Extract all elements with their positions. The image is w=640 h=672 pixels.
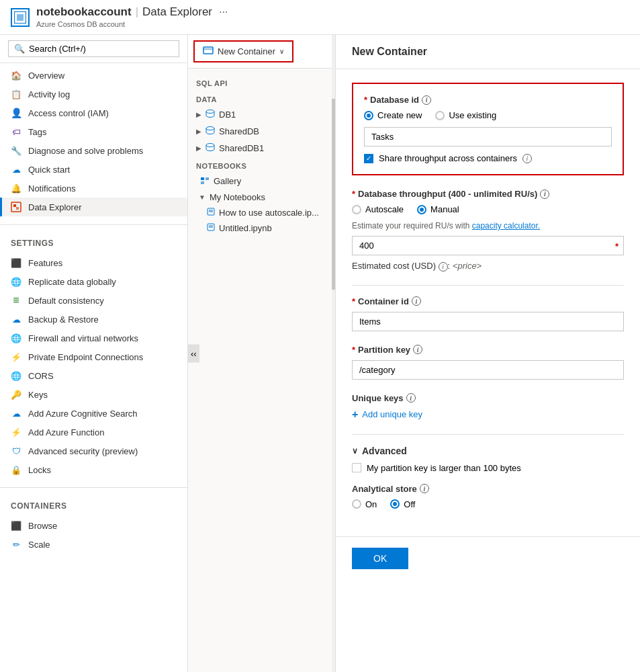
gallery-icon <box>200 175 210 187</box>
ok-section: OK <box>336 536 640 580</box>
backup-icon: ☁ <box>11 314 21 325</box>
sidebar-item-browse[interactable]: ⬛ Browse <box>0 516 187 535</box>
tree-item-autoscale[interactable]: How to use autoscale.ip... <box>188 205 335 220</box>
sidebar-item-access-control[interactable]: 👤 Access control (IAM) <box>0 103 187 122</box>
svg-rect-12 <box>201 181 204 184</box>
features-icon: ⬛ <box>11 257 21 268</box>
keys-icon: 🔑 <box>11 389 21 400</box>
container-id-section: * Container id i <box>352 296 624 331</box>
unique-keys-label: Unique keys i <box>352 393 624 403</box>
data-section-label: DATA <box>188 90 335 106</box>
advanced-toggle[interactable]: ∨ Advanced <box>352 446 624 456</box>
tree-item-my-notebooks[interactable]: ▼ My Notebooks <box>188 190 335 205</box>
database-id-input[interactable] <box>364 127 612 146</box>
throughput-info-icon[interactable]: i <box>540 190 549 199</box>
sidebar-item-scale[interactable]: ✏ Scale <box>0 535 187 554</box>
estimated-cost-row: Estimated cost (USD) i: <price> <box>352 261 624 271</box>
unique-keys-info-icon[interactable]: i <box>406 393 416 403</box>
sidebar-item-data-explorer[interactable]: Data Explorer <box>0 198 187 216</box>
ok-button[interactable]: OK <box>352 548 408 569</box>
sidebar-item-keys[interactable]: 🔑 Keys <box>0 385 187 404</box>
throughput-label: * Database throughput (400 - unlimited R… <box>352 189 624 199</box>
sidebar-item-quick-start[interactable]: ☁ Quick start <box>0 160 187 179</box>
required-star: * <box>364 95 367 105</box>
sidebar-item-overview[interactable]: 🏠 Overview <box>0 66 187 85</box>
consistency-icon: ≡ <box>11 295 21 306</box>
sidebar-item-private-endpoint[interactable]: ⚡ Private Endpoint Connections <box>0 347 187 366</box>
partition-key-large-label: My partition key is larger than 100 byte… <box>367 463 521 473</box>
sidebar-item-features[interactable]: ⬛ Features <box>0 253 187 272</box>
ru-input[interactable] <box>352 236 624 255</box>
add-unique-key-btn[interactable]: + Add unique key <box>352 409 624 421</box>
estimate-text: Estimate your required RU/s with capacit… <box>352 221 624 230</box>
sidebar-item-notifications[interactable]: 🔔 Notifications <box>0 179 187 198</box>
sidebar-item-azure-function[interactable]: ⚡ Add Azure Function <box>0 423 187 442</box>
svg-rect-11 <box>205 177 209 180</box>
new-container-button[interactable]: New Container ∨ <box>193 40 293 62</box>
create-new-label: Create new <box>377 110 422 120</box>
sidebar-item-consistency[interactable]: ≡ Default consistency <box>0 291 187 310</box>
sidebar-item-backup[interactable]: ☁ Backup & Restore <box>0 310 187 329</box>
ru-input-wrap: * <box>352 236 624 255</box>
collapse-btn[interactable]: ‹‹ <box>188 345 199 363</box>
sidebar: 🔍 🏠 Overview 📋 Activity log 👤 Access con… <box>0 35 188 672</box>
partition-key-input[interactable] <box>352 360 624 380</box>
tree-item-shareddb[interactable]: ▶ SharedDB <box>188 123 335 140</box>
capacity-calculator-link[interactable]: capacity calculator. <box>472 221 540 230</box>
sidebar-item-tags[interactable]: 🏷 Tags <box>0 122 187 141</box>
analytical-off-radio[interactable]: Off <box>390 499 415 509</box>
manual-label: Manual <box>430 204 459 214</box>
tree-item-untitled[interactable]: Untitled.ipynb <box>188 220 335 236</box>
sidebar-item-locks[interactable]: 🔒 Locks <box>0 460 187 479</box>
sidebar-item-firewall[interactable]: 🌐 Firewall and virtual networks <box>0 329 187 347</box>
container-id-input[interactable] <box>352 312 624 331</box>
create-new-radio[interactable]: Create new <box>364 110 422 120</box>
search-input-wrap[interactable]: 🔍 <box>8 40 179 57</box>
partition-key-info-icon[interactable]: i <box>413 345 422 354</box>
sidebar-item-replicate[interactable]: 🌐 Replicate data globally <box>0 272 187 291</box>
tree-item-db1[interactable]: ▶ DB1 <box>188 106 335 123</box>
database-id-info-icon[interactable]: i <box>422 95 431 105</box>
sidebar-item-label: Browse <box>28 521 57 531</box>
autoscale-radio[interactable]: Autoscale <box>352 204 404 214</box>
sidebar-item-cors[interactable]: 🌐 CORS <box>0 366 187 385</box>
locks-icon: 🔒 <box>11 464 21 475</box>
activity-log-icon: 📋 <box>11 89 21 99</box>
scale-icon: ✏ <box>11 539 21 550</box>
search-icon: 🔍 <box>14 44 25 54</box>
sidebar-item-advanced-security[interactable]: 🛡 Advanced security (preview) <box>0 442 187 460</box>
sidebar-item-label: Scale <box>28 540 50 550</box>
header-title-block: notebookaccount | Data Explorer ··· Azur… <box>36 5 228 29</box>
chevron-icon: ▶ <box>196 144 201 152</box>
sidebar-item-label: Add Azure Cognitive Search <box>28 409 138 419</box>
container-id-info-icon[interactable]: i <box>412 296 421 306</box>
tree-item-gallery[interactable]: Gallery <box>188 173 335 190</box>
header-more-btn[interactable]: ··· <box>219 6 228 18</box>
settings-section-label: Settings <box>0 230 187 251</box>
overview-icon: 🏠 <box>11 70 21 81</box>
partition-key-large-checkbox[interactable] <box>352 463 361 472</box>
sidebar-item-label: Keys <box>28 390 48 400</box>
tree-item-shareddb1[interactable]: ▶ SharedDB1 <box>188 140 335 157</box>
sidebar-item-label: Advanced security (preview) <box>28 446 138 456</box>
tree-item-label: SharedDB1 <box>219 143 264 153</box>
share-throughput-info-icon[interactable]: i <box>522 154 532 163</box>
sidebar-item-activity-log[interactable]: 📋 Activity log <box>0 85 187 103</box>
settings-nav: ⬛ Features 🌐 Replicate data globally ≡ D… <box>0 251 187 482</box>
use-existing-radio[interactable]: Use existing <box>435 110 496 120</box>
browse-icon: ⬛ <box>11 520 21 531</box>
top-header: notebookaccount | Data Explorer ··· Azur… <box>0 0 640 35</box>
sidebar-item-diagnose[interactable]: 🔧 Diagnose and solve problems <box>0 141 187 160</box>
divider-containers <box>0 487 187 488</box>
db-icon <box>205 126 215 137</box>
estimated-cost-info-icon[interactable]: i <box>439 262 448 271</box>
cors-icon: 🌐 <box>11 370 21 381</box>
sidebar-item-cognitive-search[interactable]: ☁ Add Azure Cognitive Search <box>0 404 187 423</box>
analytical-store-info-icon[interactable]: i <box>420 484 429 493</box>
tree-item-label: How to use autoscale.ip... <box>219 208 319 218</box>
analytical-on-radio[interactable]: On <box>352 499 377 509</box>
panel-toolbar: New Container ∨ <box>188 35 335 69</box>
manual-radio[interactable]: Manual <box>417 204 459 214</box>
share-throughput-checkbox[interactable] <box>364 154 373 163</box>
search-input[interactable] <box>29 44 173 54</box>
